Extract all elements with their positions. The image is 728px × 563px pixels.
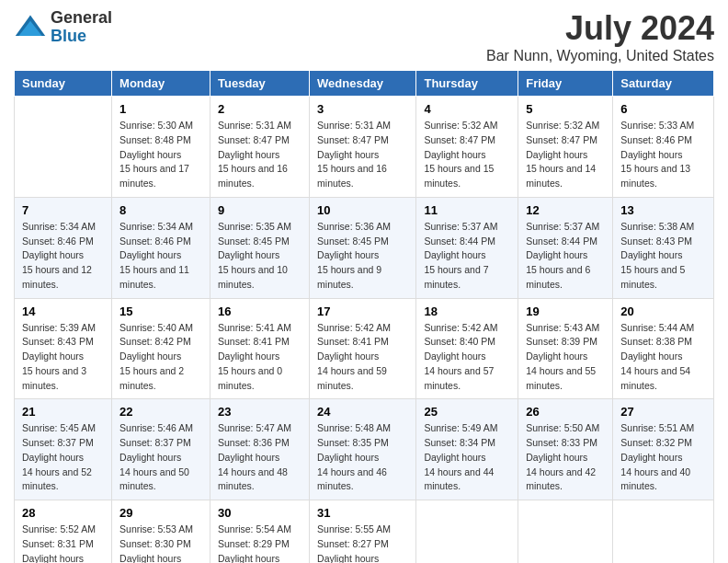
day-info: Sunrise: 5:30 AMSunset: 8:48 PMDaylight … [119,119,202,191]
day-info: Sunrise: 5:34 AMSunset: 8:46 PMDaylight … [119,220,202,293]
day-cell: 17Sunrise: 5:42 AMSunset: 8:41 PMDayligh… [310,298,416,399]
day-number: 8 [119,203,202,217]
day-number: 10 [317,203,408,217]
day-number: 7 [22,203,104,217]
day-cell: 28Sunrise: 5:52 AMSunset: 8:31 PMDayligh… [15,500,112,564]
day-number: 23 [218,405,301,419]
day-number: 13 [620,203,706,217]
day-cell: 7Sunrise: 5:34 AMSunset: 8:46 PMDaylight… [15,197,112,298]
week-row-1: 1Sunrise: 5:30 AMSunset: 8:48 PMDaylight… [15,97,714,198]
logo-text: General Blue [51,9,112,46]
day-number: 1 [119,102,202,116]
day-number: 21 [22,405,104,419]
calendar-table: SundayMondayTuesdayWednesdayThursdayFrid… [14,70,714,563]
header-friday: Friday [518,71,613,97]
header-row: SundayMondayTuesdayWednesdayThursdayFrid… [15,71,714,97]
day-number: 24 [317,405,408,419]
day-number: 29 [119,506,202,520]
day-cell: 20Sunrise: 5:44 AMSunset: 8:38 PMDayligh… [613,298,714,399]
day-info: Sunrise: 5:50 AMSunset: 8:33 PMDaylight … [526,421,605,494]
week-row-5: 28Sunrise: 5:52 AMSunset: 8:31 PMDayligh… [15,500,714,564]
day-info: Sunrise: 5:49 AMSunset: 8:34 PMDaylight … [424,421,510,494]
day-info: Sunrise: 5:39 AMSunset: 8:43 PMDaylight … [22,321,104,394]
day-number: 30 [218,506,301,520]
day-info: Sunrise: 5:43 AMSunset: 8:39 PMDaylight … [526,321,605,394]
day-number: 9 [218,203,301,217]
day-info: Sunrise: 5:53 AMSunset: 8:30 PMDaylight … [119,523,202,563]
day-number: 19 [526,304,605,318]
day-info: Sunrise: 5:31 AMSunset: 8:47 PMDaylight … [317,119,408,191]
day-number: 11 [424,203,510,217]
day-cell [613,500,714,564]
day-info: Sunrise: 5:31 AMSunset: 8:47 PMDaylight … [218,119,301,191]
day-number: 3 [317,102,408,116]
day-number: 18 [424,304,510,318]
day-cell: 3Sunrise: 5:31 AMSunset: 8:47 PMDaylight… [310,97,416,198]
day-info: Sunrise: 5:52 AMSunset: 8:31 PMDaylight … [22,523,104,563]
day-cell: 10Sunrise: 5:36 AMSunset: 8:45 PMDayligh… [310,197,416,298]
main-title: July 2024 [486,9,714,48]
day-info: Sunrise: 5:33 AMSunset: 8:46 PMDaylight … [620,119,706,191]
day-cell: 5Sunrise: 5:32 AMSunset: 8:47 PMDaylight… [518,97,613,198]
day-number: 5 [526,102,605,116]
day-cell: 16Sunrise: 5:41 AMSunset: 8:41 PMDayligh… [210,298,310,399]
day-info: Sunrise: 5:37 AMSunset: 8:44 PMDaylight … [424,220,510,293]
day-cell: 21Sunrise: 5:45 AMSunset: 8:37 PMDayligh… [15,399,112,500]
day-number: 12 [526,203,605,217]
header-saturday: Saturday [613,71,714,97]
day-number: 28 [22,506,104,520]
day-number: 15 [119,304,202,318]
day-number: 20 [620,304,706,318]
day-cell: 13Sunrise: 5:38 AMSunset: 8:43 PMDayligh… [613,197,714,298]
day-cell: 31Sunrise: 5:55 AMSunset: 8:27 PMDayligh… [310,500,416,564]
day-cell: 23Sunrise: 5:47 AMSunset: 8:36 PMDayligh… [210,399,310,500]
day-number: 4 [424,102,510,116]
day-cell: 19Sunrise: 5:43 AMSunset: 8:39 PMDayligh… [518,298,613,399]
day-cell: 25Sunrise: 5:49 AMSunset: 8:34 PMDayligh… [416,399,518,500]
day-info: Sunrise: 5:40 AMSunset: 8:42 PMDaylight … [119,321,202,394]
logo-blue: Blue [51,28,112,46]
header: General Blue July 2024 Bar Nunn, Wyoming… [14,9,714,64]
day-number: 17 [317,304,408,318]
day-cell: 27Sunrise: 5:51 AMSunset: 8:32 PMDayligh… [613,399,714,500]
day-cell [416,500,518,564]
day-info: Sunrise: 5:41 AMSunset: 8:41 PMDaylight … [218,321,301,394]
week-row-4: 21Sunrise: 5:45 AMSunset: 8:37 PMDayligh… [15,399,714,500]
day-number: 2 [218,102,301,116]
logo-general: General [51,9,112,28]
header-tuesday: Tuesday [210,71,310,97]
header-sunday: Sunday [15,71,112,97]
header-wednesday: Wednesday [310,71,416,97]
day-cell [518,500,613,564]
logo: General Blue [14,9,112,46]
day-cell: 22Sunrise: 5:46 AMSunset: 8:37 PMDayligh… [112,399,210,500]
day-cell: 30Sunrise: 5:54 AMSunset: 8:29 PMDayligh… [210,500,310,564]
day-info: Sunrise: 5:46 AMSunset: 8:37 PMDaylight … [119,421,202,494]
day-number: 6 [620,102,706,116]
day-cell: 6Sunrise: 5:33 AMSunset: 8:46 PMDaylight… [613,97,714,198]
day-info: Sunrise: 5:55 AMSunset: 8:27 PMDaylight … [317,523,408,563]
day-number: 27 [620,405,706,419]
day-info: Sunrise: 5:38 AMSunset: 8:43 PMDaylight … [620,220,706,293]
week-row-2: 7Sunrise: 5:34 AMSunset: 8:46 PMDaylight… [15,197,714,298]
day-number: 16 [218,304,301,318]
day-info: Sunrise: 5:32 AMSunset: 8:47 PMDaylight … [424,119,510,191]
day-cell: 8Sunrise: 5:34 AMSunset: 8:46 PMDaylight… [112,197,210,298]
day-cell: 18Sunrise: 5:42 AMSunset: 8:40 PMDayligh… [416,298,518,399]
day-cell: 9Sunrise: 5:35 AMSunset: 8:45 PMDaylight… [210,197,310,298]
day-cell: 15Sunrise: 5:40 AMSunset: 8:42 PMDayligh… [112,298,210,399]
day-cell: 14Sunrise: 5:39 AMSunset: 8:43 PMDayligh… [15,298,112,399]
day-cell: 2Sunrise: 5:31 AMSunset: 8:47 PMDaylight… [210,97,310,198]
day-info: Sunrise: 5:51 AMSunset: 8:32 PMDaylight … [620,421,706,494]
day-number: 14 [22,304,104,318]
day-number: 22 [119,405,202,419]
day-info: Sunrise: 5:34 AMSunset: 8:46 PMDaylight … [22,220,104,293]
day-info: Sunrise: 5:54 AMSunset: 8:29 PMDaylight … [218,523,301,563]
day-info: Sunrise: 5:32 AMSunset: 8:47 PMDaylight … [526,119,605,191]
title-area: July 2024 Bar Nunn, Wyoming, United Stat… [486,9,714,64]
day-info: Sunrise: 5:37 AMSunset: 8:44 PMDaylight … [526,220,605,293]
day-info: Sunrise: 5:42 AMSunset: 8:40 PMDaylight … [424,321,510,394]
day-info: Sunrise: 5:47 AMSunset: 8:36 PMDaylight … [218,421,301,494]
day-cell: 1Sunrise: 5:30 AMSunset: 8:48 PMDaylight… [112,97,210,198]
header-thursday: Thursday [416,71,518,97]
